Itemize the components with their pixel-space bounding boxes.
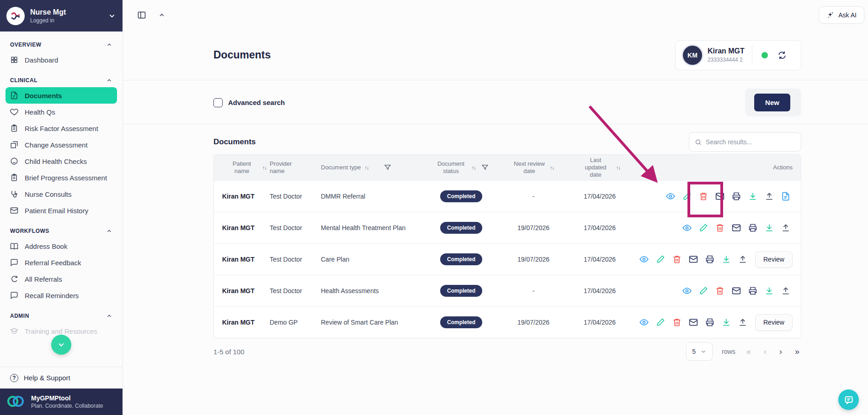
- sidebar-item-health-qs[interactable]: Health Qs: [5, 104, 117, 120]
- download-button[interactable]: [762, 221, 776, 235]
- search-box[interactable]: [689, 132, 801, 152]
- sort-icon[interactable]: ↑↓: [549, 165, 554, 170]
- section-overview[interactable]: OVERVIEW: [10, 42, 112, 48]
- patient-name: Kiran MGT: [708, 47, 745, 55]
- page-size-select[interactable]: 5: [686, 342, 713, 361]
- help-and-support[interactable]: ? Help & Support: [0, 367, 122, 389]
- sidebar-scroll-down-button[interactable]: [51, 335, 71, 355]
- sidebar-item-child-health-checks[interactable]: Child Health Checks: [5, 153, 117, 169]
- download-button[interactable]: [719, 252, 733, 266]
- sidebar-toggle-button[interactable]: [135, 9, 148, 21]
- email-button[interactable]: [687, 315, 700, 329]
- review-button[interactable]: Review: [755, 314, 793, 331]
- print-button[interactable]: [703, 252, 717, 266]
- filter-icon[interactable]: [481, 164, 489, 171]
- view-button[interactable]: [680, 284, 694, 298]
- mail-icon: [689, 318, 698, 327]
- edit-button[interactable]: [654, 252, 667, 266]
- previous-page-button[interactable]: ‹: [762, 346, 768, 357]
- sidebar-item-risk-factor-assessment[interactable]: Risk Factor Assessment: [5, 120, 117, 137]
- topbar: Ask AI: [123, 0, 868, 30]
- search-input[interactable]: [706, 138, 795, 146]
- upload-button[interactable]: [779, 221, 793, 235]
- edit-button[interactable]: [697, 221, 710, 235]
- upload-button[interactable]: [779, 284, 793, 298]
- sidebar-nav: OVERVIEW Dashboard CLINICAL Documents He…: [0, 32, 122, 367]
- status-badge: Completed: [440, 222, 482, 234]
- chat-widget-button[interactable]: [838, 389, 859, 410]
- email-button[interactable]: [730, 284, 743, 298]
- print-button[interactable]: [703, 315, 717, 329]
- sort-icon[interactable]: ↑↓: [471, 165, 476, 170]
- page-header: Documents KM Kiran MGT 2333334444 2: [123, 30, 868, 80]
- download-button[interactable]: [719, 315, 733, 329]
- edit-button[interactable]: [654, 315, 667, 329]
- next-page-button[interactable]: ›: [777, 346, 784, 357]
- delete-button[interactable]: [670, 252, 684, 266]
- section-clinical[interactable]: CLINICAL: [10, 77, 112, 84]
- sidebar-item-documents[interactable]: Documents: [5, 87, 117, 104]
- section-workflows[interactable]: WORKFLOWS: [10, 228, 112, 234]
- view-button[interactable]: [637, 315, 651, 329]
- delete-button[interactable]: [713, 221, 727, 235]
- sort-icon[interactable]: ↑↓: [364, 165, 369, 170]
- upload-button[interactable]: [736, 252, 750, 266]
- review-button[interactable]: Review: [755, 251, 793, 268]
- download-button[interactable]: [762, 284, 776, 298]
- email-button[interactable]: [713, 189, 727, 203]
- cell-provider: Demo GP: [270, 319, 321, 326]
- pencil-icon: [656, 318, 665, 327]
- document-button[interactable]: [779, 189, 793, 203]
- first-page-button[interactable]: «: [745, 346, 753, 357]
- sync-icon[interactable]: [777, 50, 787, 60]
- sidebar-item-nurse-consults[interactable]: Nurse Consults: [5, 186, 117, 202]
- cell-next-review: -: [502, 193, 565, 200]
- print-button[interactable]: [730, 189, 743, 203]
- view-button[interactable]: [680, 221, 694, 235]
- delete-button[interactable]: [670, 315, 684, 329]
- sidebar-item-change-assessment[interactable]: Change Assessment: [5, 137, 117, 153]
- upload-icon: [765, 192, 774, 201]
- collapse-header-button[interactable]: [156, 10, 167, 21]
- download-button[interactable]: [746, 189, 760, 203]
- patient-card[interactable]: KM Kiran MGT 2333334444 2: [675, 40, 801, 70]
- eye-icon: [639, 318, 649, 327]
- cell-patient: Kiran MGT: [222, 256, 270, 263]
- chevron-up-icon: [158, 11, 165, 19]
- sort-icon[interactable]: ↑↓: [262, 165, 267, 170]
- ask-ai-button[interactable]: Ask AI: [819, 6, 864, 24]
- sidebar-item-recall-reminders[interactable]: Recall Reminders: [5, 287, 117, 304]
- section-admin[interactable]: ADMIN: [10, 313, 112, 319]
- upload-button[interactable]: [762, 189, 776, 203]
- edit-button[interactable]: [697, 284, 710, 298]
- view-button[interactable]: [664, 189, 677, 203]
- delete-button[interactable]: [697, 189, 710, 203]
- print-button[interactable]: [746, 221, 760, 235]
- sidebar-item-address-book[interactable]: Address Book: [5, 238, 117, 254]
- change-icon: [10, 141, 18, 149]
- sidebar-item-dashboard[interactable]: Dashboard: [5, 52, 117, 68]
- sidebar-item-all-referrals[interactable]: All Referrals: [5, 271, 117, 287]
- sidebar-item-brief-progress-assessment[interactable]: Brief Progress Assessment: [5, 169, 117, 186]
- sidebar-collapse-chevron-icon[interactable]: [108, 12, 116, 20]
- filter-icon[interactable]: [384, 164, 391, 171]
- new-document-button[interactable]: New: [754, 94, 790, 111]
- view-button[interactable]: [637, 252, 651, 266]
- last-page-button[interactable]: »: [793, 346, 801, 357]
- documents-table: Patient name↑↓ Provider name Document ty…: [213, 154, 801, 338]
- mail-icon: [10, 206, 18, 215]
- edit-button[interactable]: [680, 189, 694, 203]
- email-button[interactable]: [687, 252, 700, 266]
- upload-button[interactable]: [736, 315, 750, 329]
- email-button[interactable]: [730, 221, 743, 235]
- advanced-search-toggle[interactable]: Advanced search: [213, 98, 285, 107]
- print-button[interactable]: [746, 284, 760, 298]
- sort-icon[interactable]: ↑↓: [616, 165, 621, 170]
- new-button-container: New: [745, 89, 801, 116]
- chevron-up-icon: [106, 42, 112, 48]
- advanced-search-checkbox[interactable]: [213, 98, 223, 107]
- sidebar-item-referral-feedback[interactable]: Referral Feedback: [5, 254, 117, 271]
- sidebar-item-patient-email-history[interactable]: Patient Email History: [5, 202, 117, 219]
- delete-button[interactable]: [713, 284, 727, 298]
- main-content: Ask AI Documents KM Kiran MGT 2333334444…: [123, 0, 868, 415]
